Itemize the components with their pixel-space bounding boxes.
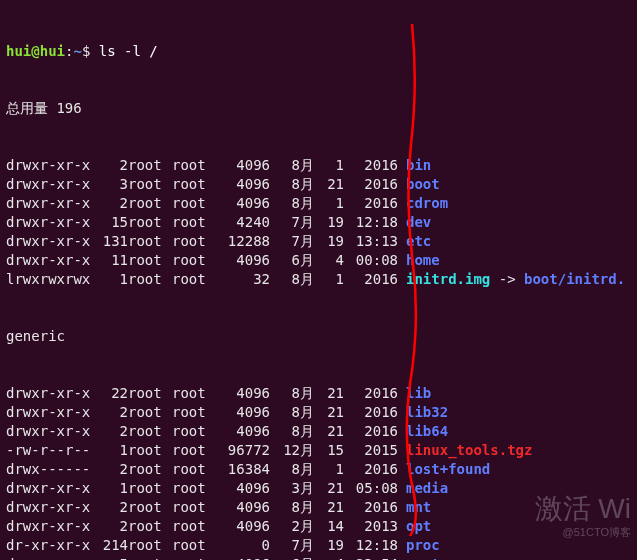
col-size: 4096 [216,403,270,422]
col-own: root [128,479,172,498]
col-grp: root [172,479,216,498]
col-own: root [128,498,172,517]
col-perm: drwxr-xr-x [6,194,92,213]
col-mon: 12月 [270,441,314,460]
command-text: ls -l / [99,42,158,61]
col-time: 2016 [344,175,398,194]
col-mon: 8月 [270,270,314,289]
col-size: 32 [216,270,270,289]
file-name: linux_tools.tgz [398,441,532,460]
listing-row: drwxr-xr-x131rootroot122887月1913:13etc [6,232,631,251]
col-mon: 8月 [270,460,314,479]
prompt-line: hui@hui:~$ ls -l / [6,42,631,61]
col-time: 2016 [344,156,398,175]
col-day: 1 [314,460,344,479]
col-size: 4096 [216,498,270,517]
col-perm: drwxr-xr-x [6,156,92,175]
col-links: 2 [92,156,128,175]
col-own: root [128,270,172,289]
col-day: 21 [314,384,344,403]
col-grp: root [172,194,216,213]
col-links: 1 [92,479,128,498]
col-time: 12:18 [344,213,398,232]
col-perm: drwxr-xr-x [6,213,92,232]
col-links: 2 [92,498,128,517]
col-time: 2013 [344,517,398,536]
col-time: 2015 [344,441,398,460]
col-day: 21 [314,498,344,517]
wrapped-line-1: generic [6,327,631,346]
col-size: 4096 [216,384,270,403]
col-perm: dr-xr-xr-x [6,536,92,555]
col-links: 2 [92,403,128,422]
file-name: bin [398,156,431,175]
col-perm: lrwxrwxrwx [6,270,92,289]
col-day: 1 [314,270,344,289]
col-day: 21 [314,175,344,194]
col-mon: 7月 [270,232,314,251]
col-own: root [128,422,172,441]
col-size: 96772 [216,441,270,460]
file-name: cdrom [398,194,448,213]
listing-row: drwxr-xr-x2rootroot40968月212016lib32 [6,403,631,422]
file-name: home [398,251,440,270]
col-links: 1 [92,441,128,460]
col-own: root [128,536,172,555]
col-own: root [128,194,172,213]
col-size: 4096 [216,251,270,270]
col-links: 1 [92,270,128,289]
col-links: 15 [92,213,128,232]
listing-row: drwxr-xr-x2rootroot40962月142013opt [6,517,631,536]
col-time: 2016 [344,460,398,479]
listing-row: drwx------2rootroot163848月12016lost+foun… [6,460,631,479]
col-mon: 8月 [270,422,314,441]
listing-row: drwxr-xr-x1rootroot40963月2105:08media [6,479,631,498]
col-size: 4096 [216,175,270,194]
listing-row: -rw-r--r--1rootroot9677212月152015linux_t… [6,441,631,460]
listing-row: drwxr-xr-x2rootroot40968月12016cdrom [6,194,631,213]
col-time: 12:18 [344,536,398,555]
col-perm: drwxr-xr-x [6,251,92,270]
col-mon: 6月 [270,251,314,270]
col-own: root [128,384,172,403]
col-grp: root [172,460,216,479]
col-day: 1 [314,156,344,175]
listing-row: lrwxrwxrwx1rootroot328月12016initrd.img -… [6,270,631,289]
col-perm: drwxr-xr-x [6,498,92,517]
col-time: 2016 [344,498,398,517]
col-own: root [128,517,172,536]
col-own: root [128,555,172,560]
col-grp: root [172,422,216,441]
file-name: opt [398,517,431,536]
col-perm: drwxr-xr-x [6,403,92,422]
file-name: dev [398,213,431,232]
col-perm: drwxr-xr-x [6,422,92,441]
terminal-output[interactable]: hui@hui:~$ ls -l / 总用量 196 drwxr-xr-x2ro… [0,0,637,560]
col-time: 00:08 [344,251,398,270]
col-links: 22 [92,384,128,403]
col-mon: 8月 [270,194,314,213]
listing-row: drwxr-xr-x22rootroot40968月212016lib [6,384,631,403]
col-grp: root [172,403,216,422]
listing-row: drwx------5rootroot40966月423:54root [6,555,631,560]
col-day: 4 [314,555,344,560]
col-time: 2016 [344,403,398,422]
col-day: 14 [314,517,344,536]
col-size: 4096 [216,479,270,498]
file-name: etc [398,232,431,251]
file-name: lib [398,384,431,403]
listing-row: drwxr-xr-x15rootroot42407月1912:18dev [6,213,631,232]
col-mon: 8月 [270,498,314,517]
col-perm: drwxr-xr-x [6,175,92,194]
col-mon: 8月 [270,384,314,403]
col-grp: root [172,175,216,194]
col-perm: -rw-r--r-- [6,441,92,460]
col-grp: root [172,213,216,232]
prompt-user-host: hui@hui [6,42,65,61]
listing-row: drwxr-xr-x2rootroot40968月12016bin [6,156,631,175]
col-mon: 2月 [270,517,314,536]
file-name: lost+found [398,460,490,479]
col-links: 2 [92,517,128,536]
col-mon: 3月 [270,479,314,498]
col-perm: drwxr-xr-x [6,232,92,251]
